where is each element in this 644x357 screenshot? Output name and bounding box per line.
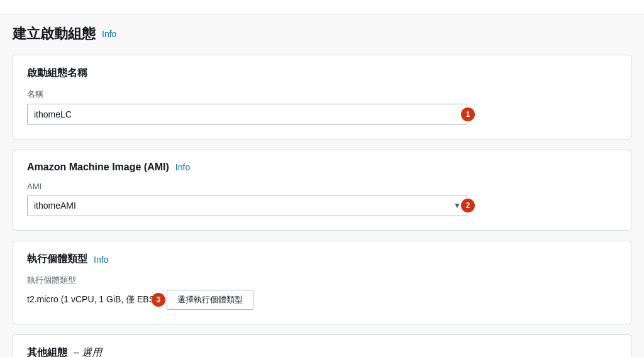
badge-1: 1 (461, 107, 475, 121)
instance-type-value: t2.micro (1 vCPU, 1 GiB, 僅 EBS) (27, 294, 158, 305)
ami-select[interactable]: ithomeAMI (27, 195, 467, 216)
ami-select-wrapper: ithomeAMI ▼ 2 (27, 195, 467, 216)
instance-type-info-link[interactable]: Info (94, 255, 108, 265)
field-label-name: 名稱 (27, 89, 617, 100)
name-input-wrapper: 1 (27, 104, 467, 125)
section-title-other-config: 其他組態 – 選用 (27, 346, 617, 357)
section-title-launch-config-name: 啟動組態名稱 (27, 67, 617, 80)
page-header: 建立啟動組態 Info (13, 25, 631, 43)
optional-label: – 選用 (74, 346, 102, 357)
name-input[interactable] (27, 104, 467, 125)
badge-3: 3 (152, 293, 165, 307)
section-ami: Amazon Machine Image (AMI) Info AMI itho… (13, 150, 631, 231)
section-title-instance-type: 執行個體類型 Info (27, 253, 617, 266)
ami-info-link[interactable]: Info (175, 162, 190, 172)
section-instance-type: 執行個體類型 Info 執行個體類型 t2.micro (1 vCPU, 1 G… (13, 241, 631, 324)
field-label-ami: AMI (27, 182, 617, 191)
instance-type-row: t2.micro (1 vCPU, 1 GiB, 僅 EBS) 3 選擇執行個體… (27, 290, 617, 310)
section-other-config: 其他組態 – 選用 (13, 334, 631, 357)
top-bar (0, 0, 644, 14)
badge-2: 2 (461, 199, 475, 212)
instance-value-wrapper: t2.micro (1 vCPU, 1 GiB, 僅 EBS) 3 (27, 294, 158, 305)
page-title: 建立啟動組態 (13, 25, 96, 43)
field-label-instance-type: 執行個體類型 (27, 275, 617, 286)
section-launch-config-name: 啟動組態名稱 名稱 1 (13, 55, 631, 140)
select-instance-type-button[interactable]: 選擇執行個體類型 (167, 290, 253, 310)
section-title-ami: Amazon Machine Image (AMI) Info (27, 162, 617, 173)
page-info-link[interactable]: Info (102, 29, 116, 39)
